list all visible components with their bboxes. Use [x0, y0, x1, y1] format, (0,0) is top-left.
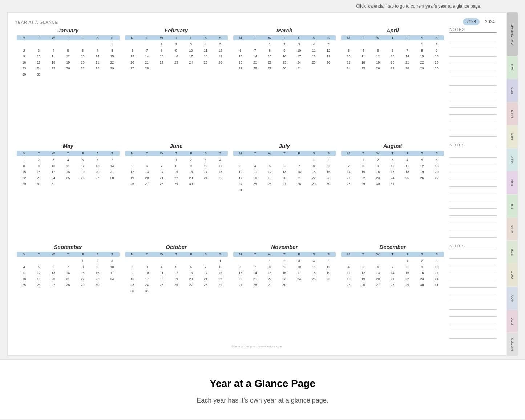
cal-day	[31, 41, 46, 48]
cal-day: 5	[169, 264, 183, 270]
day-header: T	[385, 151, 400, 156]
cal-day: 28	[341, 181, 356, 187]
cal-day: 26	[213, 60, 227, 66]
year-2023-tab[interactable]: 2023	[463, 18, 480, 25]
sidebar-may[interactable]: MAY	[507, 148, 518, 171]
cal-day: 22	[400, 276, 415, 282]
month-april: AprilMTWTFSS1234567891011121314151617181…	[339, 27, 446, 137]
cal-day	[46, 41, 61, 48]
cal-day	[76, 181, 90, 187]
cal-day: 9	[169, 48, 183, 54]
day-header: S	[90, 252, 105, 257]
copyright-text: ©Jena W Designs | Jenawdesigns.com	[15, 345, 498, 348]
day-header: T	[31, 252, 46, 257]
cal-day: 17	[292, 270, 306, 276]
cal-day	[17, 258, 31, 264]
cal-day: 6	[233, 48, 248, 54]
year-2024-tab[interactable]: 2024	[481, 18, 498, 25]
cal-day: 12	[321, 48, 336, 54]
cal-day: 3	[429, 258, 444, 264]
cal-day	[371, 258, 385, 264]
cal-day	[341, 258, 356, 264]
cal-day: 3	[105, 258, 119, 264]
day-header: T	[169, 252, 183, 257]
day-header: T	[140, 151, 154, 156]
cal-day: 4	[341, 264, 356, 270]
cal-day: 15	[154, 53, 169, 60]
cal-day: 15	[105, 53, 119, 60]
sidebar-jun[interactable]: JUN	[507, 171, 518, 194]
cal-day: 16	[429, 53, 444, 60]
cal-day: 25	[341, 282, 356, 288]
cal-day: 26	[321, 60, 336, 66]
cal-day: 16	[125, 276, 140, 282]
day-header: F	[183, 35, 198, 40]
sidebar-mar[interactable]: MAR	[507, 102, 518, 125]
cal-day: 31	[140, 288, 154, 294]
sidebar-jul[interactable]: JUL	[507, 194, 518, 217]
day-header: S	[90, 151, 105, 156]
cal-day: 11	[61, 163, 75, 169]
cal-day: 4	[356, 48, 371, 54]
cal-day: 28	[385, 282, 400, 288]
cal-day: 19	[415, 169, 429, 175]
cal-day: 17	[183, 53, 198, 60]
cal-day: 4	[306, 258, 321, 264]
cal-day	[31, 258, 46, 264]
day-header: F	[76, 35, 90, 40]
cal-day	[341, 157, 356, 163]
cal-day: 15	[17, 169, 31, 175]
cal-day	[429, 181, 444, 187]
sidebar-sep[interactable]: SEP	[507, 241, 518, 263]
calendar-tab[interactable]: CALENDAR	[507, 12, 518, 56]
sidebar-oct[interactable]: OCT	[507, 263, 518, 286]
day-header: M	[341, 151, 356, 156]
top-bar: Click "calendar" tab to go to current ye…	[0, 0, 525, 12]
cal-day	[292, 282, 306, 288]
notes-line	[449, 332, 497, 339]
cal-day: 8	[262, 48, 277, 54]
year-tabs[interactable]: 2023 2024	[463, 18, 498, 25]
day-header: M	[233, 35, 248, 40]
sidebar-aug[interactable]: AUG	[507, 217, 518, 240]
cal-day: 18	[154, 276, 169, 282]
month-name: August	[341, 143, 444, 149]
sidebar-nov[interactable]: NOV	[507, 287, 518, 310]
cal-day: 15	[400, 270, 415, 276]
cal-day: 29	[262, 282, 277, 288]
cal-day	[140, 157, 154, 163]
cal-day	[183, 65, 198, 72]
cal-day	[385, 41, 400, 48]
cal-day: 29	[105, 65, 119, 72]
cal-day: 7	[385, 264, 400, 270]
sidebar-jan[interactable]: JAN	[507, 56, 518, 79]
day-header: T	[277, 35, 292, 40]
month-name: January	[17, 27, 120, 33]
day-header: M	[341, 252, 356, 257]
cal-day: 22	[356, 175, 371, 181]
cal-day: 5	[321, 258, 336, 264]
cal-day: 23	[429, 60, 444, 66]
cal-day: 1	[105, 41, 119, 48]
sidebar-apr[interactable]: APR	[507, 125, 518, 148]
sidebar-feb[interactable]: FEB	[507, 79, 518, 102]
cal-day: 22	[306, 175, 321, 181]
cal-day: 16	[277, 53, 292, 60]
cal-day: 30	[183, 181, 198, 187]
day-header: S	[306, 151, 321, 156]
cal-day: 19	[371, 60, 385, 66]
cal-day: 10	[31, 53, 46, 60]
cal-day: 27	[371, 282, 385, 288]
cal-day: 6	[76, 48, 90, 54]
cal-day: 9	[125, 270, 140, 276]
sidebar-notes[interactable]: NOTES	[507, 333, 518, 356]
cal-day: 1	[262, 41, 277, 48]
sidebar-dec[interactable]: DEC	[507, 310, 518, 332]
cal-day: 7	[248, 48, 262, 54]
cal-day: 30	[429, 65, 444, 72]
notes-line	[449, 325, 497, 331]
cal-day: 11	[306, 264, 321, 270]
day-header: M	[125, 35, 140, 40]
cal-day: 18	[61, 169, 75, 175]
cal-day: 18	[248, 175, 262, 181]
